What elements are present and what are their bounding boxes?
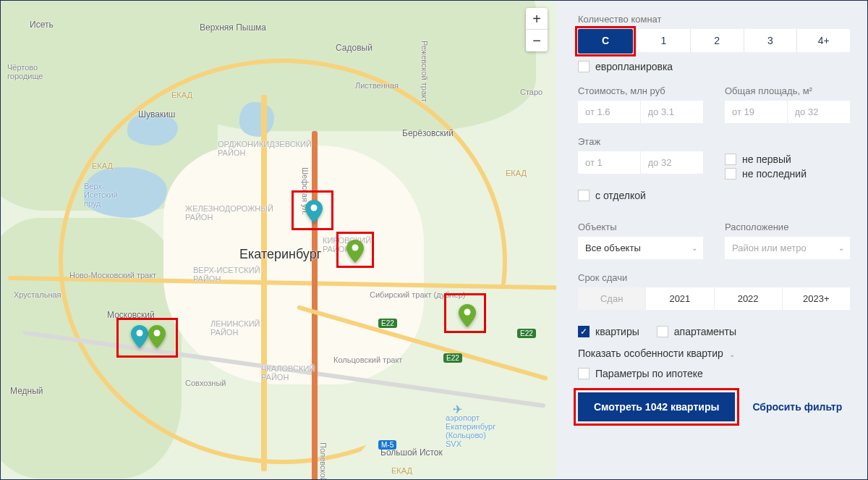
rooms-opt-4plus[interactable]: 4+ bbox=[796, 29, 850, 52]
label-ekad-2: ЕКАД bbox=[171, 90, 192, 99]
label-iset: Исеть bbox=[30, 20, 54, 30]
rooms-opt-3[interactable]: 3 bbox=[744, 29, 797, 52]
features-expander-label: Показать особенности квартир bbox=[578, 348, 723, 359]
map-pin-teal-1[interactable] bbox=[305, 200, 323, 223]
floor-label: Этаж bbox=[578, 136, 703, 147]
label-listvennaya: Лиственная bbox=[355, 81, 399, 90]
deadline-label: Срок сдачи bbox=[578, 272, 850, 283]
apartments-checkbox[interactable] bbox=[578, 326, 590, 337]
shield-e22-3: E22 bbox=[443, 353, 462, 363]
deadline-opt-built[interactable]: Сдан bbox=[578, 287, 645, 310]
not-last-label: не последний bbox=[742, 168, 807, 180]
label-shuvakish: Шувакиш bbox=[138, 109, 176, 119]
label-ekad-3: ЕКАД bbox=[391, 466, 412, 475]
apartments-label: квартиры bbox=[595, 326, 639, 337]
with-finish-checkbox[interactable] bbox=[578, 190, 590, 201]
label-sibirskiy: Сибирский тракт (дублер) bbox=[370, 290, 465, 299]
map-pin-teal-2[interactable] bbox=[131, 325, 148, 348]
objects-value: Все объекты bbox=[585, 243, 641, 253]
label-verkhnyaya-pyshma: Верхняя Пышма bbox=[200, 22, 266, 33]
not-first-checkbox[interactable] bbox=[725, 153, 736, 165]
zoom-in-button[interactable]: + bbox=[526, 8, 548, 30]
label-chertovo: Чёртово городище bbox=[7, 63, 43, 80]
cost-label: Стоимость, млн руб bbox=[578, 85, 703, 96]
features-expander[interactable]: Показать особенности квартир ⌄ bbox=[578, 348, 850, 359]
map-pin-green-3[interactable] bbox=[148, 325, 166, 348]
with-finish-label: с отделкой bbox=[595, 190, 646, 201]
svg-point-3 bbox=[137, 330, 143, 337]
not-last-checkbox[interactable] bbox=[725, 168, 736, 180]
label-sovkhoznyy: Совхозный bbox=[185, 379, 226, 387]
deadline-segmented: Сдан 2021 2022 2023+ bbox=[578, 287, 850, 310]
apart-hotels-checkbox[interactable] bbox=[657, 326, 668, 337]
mortgage-params-label: Параметры по ипотеке bbox=[595, 368, 703, 379]
area-label: Общая площадь, м² bbox=[725, 85, 850, 96]
cost-from-input[interactable] bbox=[578, 101, 641, 123]
label-khrustalnaya: Хрустальная bbox=[14, 290, 61, 299]
label-ekad-1: ЕКАД bbox=[92, 161, 113, 170]
label-ordzhon: ОРДЖОНИКИДЗЕВСКИЙ РАЙОН bbox=[218, 140, 312, 157]
rooms-opt-studio[interactable]: С bbox=[578, 29, 633, 54]
label-chkalovsky: ЧКАЛОВСКИЙ РАЙОН bbox=[261, 364, 315, 382]
map-base: Исеть Чёртово городище Верхняя Пышма Сад… bbox=[1, 1, 556, 479]
location-placeholder: Район или метро bbox=[732, 243, 807, 253]
map[interactable]: Исеть Чёртово городище Верхняя Пышма Сад… bbox=[1, 1, 556, 479]
map-pin-green-1[interactable] bbox=[346, 240, 364, 263]
rooms-opt-1[interactable]: 1 bbox=[637, 29, 690, 52]
label-city: Екатеринбург bbox=[239, 247, 321, 262]
map-pin-green-2[interactable] bbox=[459, 304, 476, 327]
label-leninsky: ЛЕНИНСКИЙ РАЙОН bbox=[210, 319, 260, 337]
label-pond: Верх- Исетский пруд bbox=[84, 182, 118, 208]
reset-filter-button[interactable]: Сбросить фильтр bbox=[749, 392, 845, 421]
zoom-out-button[interactable]: − bbox=[526, 30, 548, 51]
label-staro: Старо bbox=[520, 88, 542, 96]
svg-point-1 bbox=[352, 245, 359, 251]
label-zhd: ЖЕЛЕЗНОДОРОЖНЫЙ РАЙОН bbox=[185, 204, 273, 222]
label-airport: аэропорт Екатеринбург (Кольцово) SVX bbox=[446, 413, 495, 448]
floor-to-input[interactable] bbox=[641, 151, 704, 174]
label-verkh-isetskiy-r: ВЕРХ-ИСЕТСКИЙ РАЙОН bbox=[193, 266, 260, 283]
zoom-control: + − bbox=[526, 8, 548, 51]
mortgage-params-checkbox[interactable] bbox=[578, 368, 590, 379]
objects-select[interactable]: Все объекты ⌄ bbox=[578, 237, 703, 259]
svg-point-2 bbox=[464, 309, 471, 316]
rooms-label: Количество комнат bbox=[578, 14, 850, 25]
deadline-opt-2021[interactable]: 2021 bbox=[645, 287, 713, 310]
euro-layout-checkbox[interactable] bbox=[578, 61, 590, 72]
chevron-down-icon: ⌄ bbox=[838, 243, 844, 251]
airplane-icon: ✈ bbox=[453, 403, 462, 416]
shield-e22-2: E22 bbox=[517, 329, 536, 338]
floor-from-input[interactable] bbox=[578, 151, 641, 174]
not-first-label: не первый bbox=[742, 153, 791, 165]
location-label: Расположение bbox=[725, 222, 850, 232]
rooms-opt-2[interactable]: 2 bbox=[690, 29, 744, 52]
label-mednyy: Медный bbox=[10, 386, 43, 396]
area-to-input[interactable] bbox=[788, 101, 851, 123]
label-novo-mosk: Ново-Московский тракт bbox=[69, 271, 156, 279]
label-koltsovskiy: Кольцовский тракт bbox=[333, 355, 402, 364]
area-from-input[interactable] bbox=[725, 101, 788, 123]
shield-e22-1: E22 bbox=[378, 319, 397, 328]
search-button[interactable]: Смотреть 1042 квартиры bbox=[578, 392, 735, 421]
filter-panel: Количество комнат С 1 2 3 4+ европланиро… bbox=[556, 1, 867, 479]
label-rezhevskoy: Режевской тракт bbox=[420, 41, 429, 102]
deadline-opt-2023p[interactable]: 2023+ bbox=[782, 287, 850, 310]
objects-label: Объекты bbox=[578, 222, 703, 232]
svg-point-4 bbox=[154, 330, 161, 337]
chevron-down-icon: ⌄ bbox=[729, 350, 735, 358]
apart-hotels-label: апартаменты bbox=[674, 326, 736, 337]
euro-layout-label: европланировка bbox=[595, 61, 673, 72]
svg-point-0 bbox=[311, 205, 318, 211]
location-select[interactable]: Район или метро ⌄ bbox=[725, 237, 850, 259]
label-moskovskiy: Московский bbox=[107, 310, 155, 320]
cost-to-input[interactable] bbox=[641, 101, 704, 123]
label-ekad-4: ЕКАД bbox=[506, 169, 527, 177]
deadline-opt-2022[interactable]: 2022 bbox=[714, 287, 782, 310]
label-sadovyy: Садовый bbox=[336, 43, 373, 53]
chevron-down-icon: ⌄ bbox=[692, 243, 697, 251]
label-berezovskiy: Берёзовский bbox=[402, 128, 454, 138]
app-root: Исеть Чёртово городище Верхняя Пышма Сад… bbox=[0, 0, 868, 480]
shield-m5: М-5 bbox=[378, 440, 396, 450]
label-polevskoy: Полевской тракт bbox=[319, 442, 328, 479]
